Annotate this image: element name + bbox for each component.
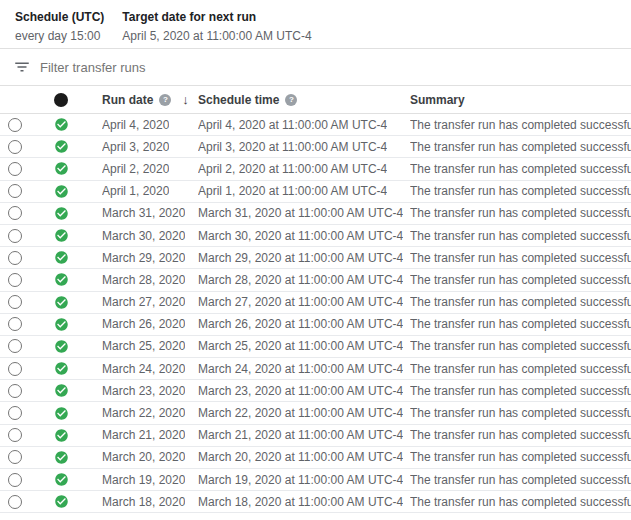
row-run-date-cell: March 25, 2020 — [96, 336, 195, 357]
table-row[interactable]: March 18, 2020 March 18, 2020 at 11:00:0… — [0, 491, 631, 513]
header-run-date[interactable]: Run date ? ↓ — [96, 86, 195, 113]
summary-header-label: Summary — [410, 93, 465, 107]
schedule-time-value: March 18, 2020 at 11:00:00 AM UTC-4 — [198, 495, 403, 509]
table-row[interactable]: March 28, 2020 March 28, 2020 at 11:00:0… — [0, 269, 631, 291]
target-date-info: Target date for next run April 5, 2020 a… — [122, 8, 311, 48]
row-schedule-time-cell: March 18, 2020 at 11:00:00 AM UTC-4 — [195, 491, 408, 512]
row-radio-button[interactable] — [8, 339, 22, 353]
summary-value: The transfer run has completed successfu… — [410, 251, 631, 265]
summary-value: The transfer run has completed successfu… — [410, 428, 631, 442]
row-select-cell — [0, 225, 40, 246]
table-row[interactable]: March 30, 2020 March 30, 2020 at 11:00:0… — [0, 225, 631, 247]
row-radio-button[interactable] — [8, 428, 22, 442]
summary-value: The transfer run has completed successfu… — [410, 495, 631, 509]
schedule-time-value: April 1, 2020 at 11:00:00 AM UTC-4 — [198, 184, 387, 198]
run-date-value: March 22, 2020 — [102, 406, 185, 420]
row-schedule-time-cell: March 22, 2020 at 11:00:00 AM UTC-4 — [195, 402, 408, 423]
row-schedule-time-cell: March 19, 2020 at 11:00:00 AM UTC-4 — [195, 469, 408, 490]
row-schedule-time-cell: April 4, 2020 at 11:00:00 AM UTC-4 — [195, 114, 408, 135]
row-radio-button[interactable] — [8, 406, 22, 420]
row-radio-button[interactable] — [8, 118, 22, 132]
row-radio-button[interactable] — [8, 140, 22, 154]
filter-transfer-runs-input[interactable] — [40, 60, 631, 75]
filter-bar[interactable] — [0, 48, 631, 85]
success-check-circle-icon — [54, 272, 69, 287]
row-radio-button[interactable] — [8, 295, 22, 309]
row-status-cell — [40, 491, 96, 512]
summary-value: The transfer run has completed successfu… — [410, 273, 631, 287]
table-row[interactable]: April 2, 2020 April 2, 2020 at 11:00:00 … — [0, 158, 631, 180]
run-date-value: March 18, 2020 — [102, 495, 185, 509]
summary-value: The transfer run has completed successfu… — [410, 295, 631, 309]
row-radio-button[interactable] — [8, 251, 22, 265]
table-row[interactable]: March 20, 2020 March 20, 2020 at 11:00:0… — [0, 447, 631, 469]
schedule-time-value: March 29, 2020 at 11:00:00 AM UTC-4 — [198, 251, 403, 265]
schedule-label: Schedule (UTC) — [15, 8, 104, 27]
row-schedule-time-cell: March 24, 2020 at 11:00:00 AM UTC-4 — [195, 358, 408, 379]
status-column-icon — [54, 93, 68, 107]
row-radio-button[interactable] — [8, 206, 22, 220]
row-summary-cell: The transfer run has completed successfu… — [408, 380, 631, 401]
run-date-help-icon[interactable]: ? — [159, 94, 171, 106]
row-select-cell — [0, 158, 40, 179]
run-date-value: March 20, 2020 — [102, 450, 185, 464]
row-select-cell — [0, 336, 40, 357]
row-radio-button[interactable] — [8, 362, 22, 376]
table-row[interactable]: March 25, 2020 March 25, 2020 at 11:00:0… — [0, 336, 631, 358]
row-status-cell — [40, 225, 96, 246]
table-row[interactable]: April 3, 2020 April 3, 2020 at 11:00:00 … — [0, 136, 631, 158]
row-run-date-cell: April 4, 2020 — [96, 114, 195, 135]
success-check-circle-icon — [54, 361, 69, 376]
table-row[interactable]: April 4, 2020 April 4, 2020 at 11:00:00 … — [0, 114, 631, 136]
row-radio-button[interactable] — [8, 450, 22, 464]
run-date-value: March 26, 2020 — [102, 317, 185, 331]
row-select-cell — [0, 247, 40, 268]
success-check-circle-icon — [54, 184, 69, 199]
header-schedule-time[interactable]: Schedule time ? — [195, 86, 408, 113]
table-row[interactable]: March 27, 2020 March 27, 2020 at 11:00:0… — [0, 292, 631, 314]
row-radio-button[interactable] — [8, 473, 22, 487]
table-row[interactable]: March 19, 2020 March 19, 2020 at 11:00:0… — [0, 469, 631, 491]
row-schedule-time-cell: March 28, 2020 at 11:00:00 AM UTC-4 — [195, 269, 408, 290]
row-radio-button[interactable] — [8, 273, 22, 287]
row-radio-button[interactable] — [8, 184, 22, 198]
table-row[interactable]: March 26, 2020 March 26, 2020 at 11:00:0… — [0, 314, 631, 336]
schedule-time-value: March 30, 2020 at 11:00:00 AM UTC-4 — [198, 229, 403, 243]
sort-descending-icon[interactable]: ↓ — [182, 92, 189, 107]
row-summary-cell: The transfer run has completed successfu… — [408, 447, 631, 468]
row-radio-button[interactable] — [8, 495, 22, 509]
success-check-circle-icon — [54, 250, 69, 265]
row-select-cell — [0, 203, 40, 224]
row-select-cell — [0, 447, 40, 468]
table-row[interactable]: March 24, 2020 March 24, 2020 at 11:00:0… — [0, 358, 631, 380]
row-summary-cell: The transfer run has completed successfu… — [408, 314, 631, 335]
row-run-date-cell: March 18, 2020 — [96, 491, 195, 512]
row-select-cell — [0, 114, 40, 135]
row-radio-button[interactable] — [8, 384, 22, 398]
schedule-time-value: March 20, 2020 at 11:00:00 AM UTC-4 — [198, 450, 403, 464]
schedule-time-help-icon[interactable]: ? — [285, 94, 297, 106]
row-status-cell — [40, 425, 96, 446]
table-row[interactable]: March 31, 2020 March 31, 2020 at 11:00:0… — [0, 203, 631, 225]
summary-value: The transfer run has completed successfu… — [410, 229, 631, 243]
row-radio-button[interactable] — [8, 317, 22, 331]
header-select-column — [0, 86, 40, 113]
table-body: April 4, 2020 April 4, 2020 at 11:00:00 … — [0, 114, 631, 513]
schedule-time-value: March 26, 2020 at 11:00:00 AM UTC-4 — [198, 317, 403, 331]
row-status-cell — [40, 402, 96, 423]
success-check-circle-icon — [54, 161, 69, 176]
schedule-time-value: March 23, 2020 at 11:00:00 AM UTC-4 — [198, 384, 403, 398]
table-row[interactable]: April 1, 2020 April 1, 2020 at 11:00:00 … — [0, 181, 631, 203]
table-row[interactable]: March 21, 2020 March 21, 2020 at 11:00:0… — [0, 425, 631, 447]
header-status-column — [40, 86, 96, 113]
row-radio-button[interactable] — [8, 229, 22, 243]
row-run-date-cell: March 22, 2020 — [96, 402, 195, 423]
schedule-time-value: March 31, 2020 at 11:00:00 AM UTC-4 — [198, 206, 403, 220]
schedule-time-value: March 25, 2020 at 11:00:00 AM UTC-4 — [198, 339, 403, 353]
success-check-circle-icon — [54, 339, 69, 354]
table-row[interactable]: March 23, 2020 March 23, 2020 at 11:00:0… — [0, 380, 631, 402]
row-schedule-time-cell: March 29, 2020 at 11:00:00 AM UTC-4 — [195, 247, 408, 268]
table-row[interactable]: March 29, 2020 March 29, 2020 at 11:00:0… — [0, 247, 631, 269]
row-radio-button[interactable] — [8, 162, 22, 176]
table-row[interactable]: March 22, 2020 March 22, 2020 at 11:00:0… — [0, 402, 631, 424]
